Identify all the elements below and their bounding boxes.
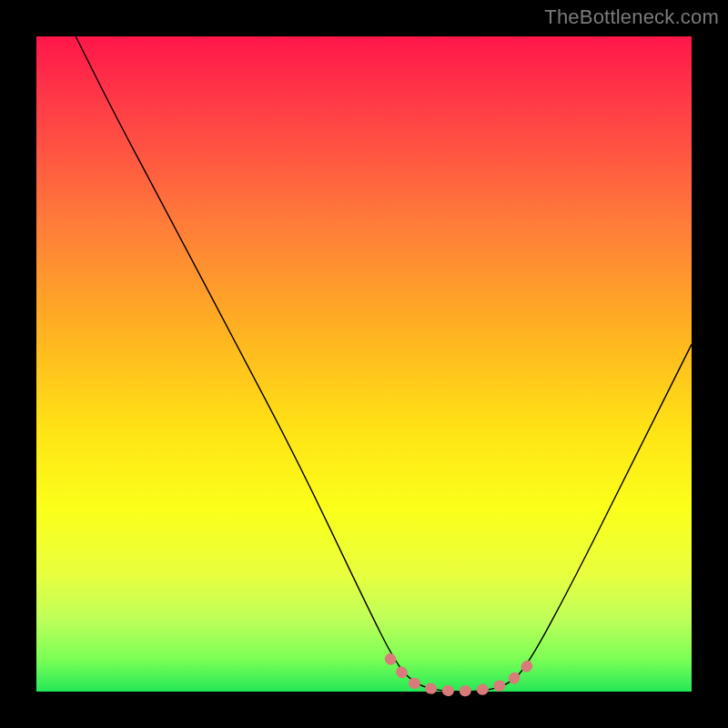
watermark-text: TheBottleneck.com — [544, 5, 719, 29]
highlight-curve — [390, 659, 528, 692]
plot-area — [36, 36, 692, 692]
main-curve — [76, 36, 692, 692]
chart-container: TheBottleneck.com — [0, 0, 728, 728]
chart-svg — [36, 36, 692, 692]
